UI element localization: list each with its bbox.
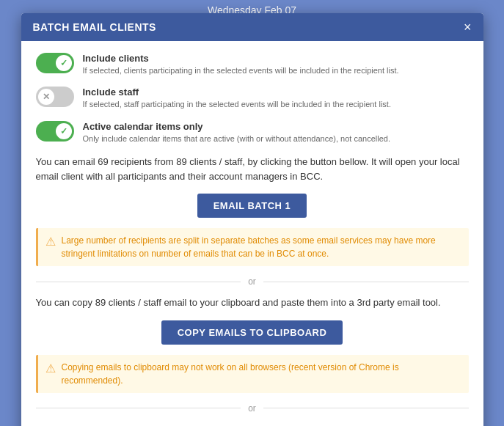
clipboard-warning-text: Copying emails to clipboard may not work… xyxy=(62,361,461,387)
active-items-label: Active calendar items only xyxy=(83,121,390,132)
include-staff-desc: If selected, staff participating in the … xyxy=(83,99,391,110)
include-staff-row: ✕ Include staff If selected, staff parti… xyxy=(36,87,469,110)
check-icon: ✓ xyxy=(60,58,67,68)
include-clients-toggle[interactable]: ✓ xyxy=(36,53,74,73)
include-clients-desc: If selected, clients participating in th… xyxy=(83,65,399,76)
include-staff-toggle[interactable]: ✕ xyxy=(36,87,74,107)
warning-icon-1: ⚠ xyxy=(45,235,56,249)
modal-header: BATCH EMAIL CLIENTS × xyxy=(21,13,483,41)
batch-warning: ⚠ Large number of recipients are split i… xyxy=(36,228,469,266)
divider-or-2: or xyxy=(36,403,469,414)
email-batch-button[interactable]: EMAIL BATCH 1 xyxy=(197,194,307,218)
include-clients-text: Include clients If selected, clients par… xyxy=(83,53,399,76)
warning-icon-2: ⚠ xyxy=(45,361,56,375)
include-clients-row: ✓ Include clients If selected, clients p… xyxy=(36,53,469,76)
active-items-row: ✓ Active calendar items only Only includ… xyxy=(36,121,469,144)
modal-title: BATCH EMAIL CLIENTS xyxy=(33,21,156,33)
active-items-desc: Only include calendar items that are act… xyxy=(83,133,390,144)
modal: BATCH EMAIL CLIENTS × ✓ Include clients … xyxy=(21,13,483,426)
modal-body: ✓ Include clients If selected, clients p… xyxy=(21,41,483,426)
batch-warning-text: Large number of recipients are split in … xyxy=(62,234,461,260)
modal-overlay: BATCH EMAIL CLIENTS × ✓ Include clients … xyxy=(0,0,504,426)
active-items-text: Active calendar items only Only include … xyxy=(83,121,390,144)
or-label-2: or xyxy=(248,403,256,414)
email-info-text: You can email 69 recipients from 89 clie… xyxy=(36,155,469,183)
x-icon: ✕ xyxy=(43,92,50,102)
active-items-toggle[interactable]: ✓ xyxy=(36,121,74,142)
include-staff-text: Include staff If selected, staff partici… xyxy=(83,87,391,110)
close-button[interactable]: × xyxy=(464,21,472,34)
include-staff-label: Include staff xyxy=(83,87,391,98)
include-clients-label: Include clients xyxy=(83,53,399,64)
divider-or-1: or xyxy=(36,276,469,287)
or-label-1: or xyxy=(248,276,256,287)
clipboard-warning: ⚠ Copying emails to clipboard may not wo… xyxy=(36,355,469,393)
schedule-info-text: You can schedule a rich templated email … xyxy=(36,422,469,426)
check-icon-2: ✓ xyxy=(60,126,67,136)
copy-clipboard-button[interactable]: COPY EMAILS TO CLIPBOARD xyxy=(161,320,343,345)
clipboard-info-text: You can copy 89 clients / staff email to… xyxy=(36,295,469,310)
